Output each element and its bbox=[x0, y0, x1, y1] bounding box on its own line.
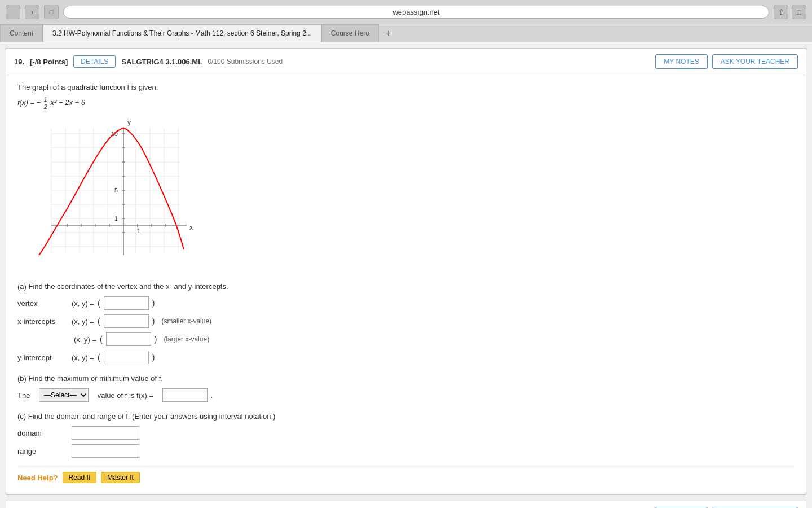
share-button[interactable]: ⇧ bbox=[774, 5, 788, 19]
x-intercept-coord-1-label: (x, y) = bbox=[72, 317, 94, 326]
x-intercept-label: x-intercepts bbox=[17, 317, 68, 326]
need-help-section: Need Help? Read It Master It bbox=[17, 468, 795, 485]
question-19-num: 19. bbox=[14, 58, 24, 66]
y-intercept-row: y-intercept (x, y) = ( ) bbox=[17, 351, 795, 364]
domain-label: domain bbox=[17, 429, 68, 437]
svg-text:x: x bbox=[189, 224, 193, 231]
part-b-label: (b) Find the maximum or minimum value of… bbox=[17, 374, 795, 383]
question-19-description: The graph of a quadratic function f is g… bbox=[17, 83, 795, 91]
x-intercept-1-input[interactable] bbox=[104, 314, 149, 328]
part-a-section: (a) Find the coordinates of the vertex a… bbox=[17, 282, 795, 364]
question-19-submissions: 0/100 Submissions Used bbox=[208, 58, 283, 65]
y-intercept-label: y-intercept bbox=[17, 353, 68, 362]
question-19-details-button[interactable]: DETAILS bbox=[73, 55, 116, 68]
address-bar[interactable]: webassign.net bbox=[63, 6, 769, 19]
question-20-card: 20. [-/4 Points] DETAILS SALGTRIG4 3.1.0… bbox=[6, 501, 806, 508]
new-tab-add-button[interactable]: + bbox=[379, 25, 398, 42]
back-button[interactable]: ‹ bbox=[6, 5, 20, 19]
tab-control-button[interactable]: □ bbox=[44, 5, 59, 19]
question-19-card: 19. [-/8 Points] DETAILS SALGTRIG4 3.1.0… bbox=[6, 48, 806, 495]
page-content: 19. [-/8 Points] DETAILS SALGTRIG4 3.1.0… bbox=[0, 42, 812, 508]
fraction-one-half: 1 2 bbox=[43, 96, 48, 110]
x-intercept-coord-2-label: (x, y) = bbox=[74, 335, 96, 344]
vertex-label: vertex bbox=[17, 299, 68, 308]
question-19-actions: MY NOTES ASK YOUR TEACHER bbox=[655, 54, 798, 69]
question-19-formula: f(x) = − 1 2 x² − 2x + 6 bbox=[17, 96, 795, 110]
b-text-before: The bbox=[17, 391, 30, 400]
svg-text:1: 1 bbox=[137, 227, 140, 234]
b-period: . bbox=[211, 391, 213, 400]
y-intercept-coord-label: (x, y) = bbox=[72, 353, 94, 362]
range-row: range bbox=[17, 444, 795, 458]
master-it-button[interactable]: Master It bbox=[101, 472, 140, 483]
vertex-x-input[interactable] bbox=[104, 296, 149, 310]
range-label: range bbox=[17, 447, 68, 456]
range-input[interactable] bbox=[72, 444, 139, 458]
svg-text:y: y bbox=[127, 119, 131, 126]
graph-container: y x bbox=[23, 117, 795, 271]
need-help-label: Need Help? bbox=[17, 474, 58, 482]
question-19-id: SALGTRIG4 3.1.006.MI. bbox=[121, 58, 202, 66]
x-intercept-row-2: (x, y) = ( ) (larger x-value) bbox=[74, 332, 795, 346]
new-tab-button[interactable]: □ bbox=[792, 5, 806, 19]
svg-text:1: 1 bbox=[114, 215, 118, 222]
question-19-body: The graph of a quadratic function f is g… bbox=[6, 75, 806, 494]
part-c-section: (c) Find the domain and range of f. (Ent… bbox=[17, 412, 795, 458]
part-a-label: (a) Find the coordinates of the vertex a… bbox=[17, 282, 795, 291]
question-19-my-notes-button[interactable]: MY NOTES bbox=[655, 54, 707, 69]
part-c-label: (c) Find the domain and range of f. (Ent… bbox=[17, 412, 795, 421]
tab-hw[interactable]: 3.2 HW-Polynomial Functions & Their Grap… bbox=[43, 24, 321, 42]
parabola-curve bbox=[39, 128, 184, 255]
question-20-header: 20. [-/4 Points] DETAILS SALGTRIG4 3.1.0… bbox=[6, 501, 806, 508]
question-19-ask-teacher-button[interactable]: ASK YOUR TEACHER bbox=[712, 54, 798, 69]
x-intercept-2-input[interactable] bbox=[106, 332, 151, 346]
forward-button[interactable]: › bbox=[25, 5, 39, 19]
tab-content[interactable]: Content bbox=[0, 24, 43, 42]
b-fx-input[interactable] bbox=[162, 388, 208, 402]
parabola-graph: y x bbox=[23, 117, 198, 269]
question-19-points: [-/8 Points] bbox=[30, 58, 68, 66]
y-intercept-input[interactable] bbox=[104, 351, 149, 364]
x-intercept-1-hint: (smaller x-value) bbox=[161, 317, 211, 325]
read-it-button[interactable]: Read It bbox=[63, 472, 97, 483]
part-b-section: (b) Find the maximum or minimum value of… bbox=[17, 374, 795, 402]
domain-input[interactable] bbox=[72, 426, 139, 440]
part-b-row: The —Select— maximum minimum value of f … bbox=[17, 388, 795, 402]
max-min-select[interactable]: —Select— maximum minimum bbox=[39, 388, 89, 402]
vertex-row: vertex (x, y) = ( ) bbox=[17, 296, 795, 310]
x-intercept-row-1: x-intercepts (x, y) = ( ) (smaller x-val… bbox=[17, 314, 795, 328]
question-19-header: 19. [-/8 Points] DETAILS SALGTRIG4 3.1.0… bbox=[6, 49, 806, 75]
domain-row: domain bbox=[17, 426, 795, 440]
svg-text:5: 5 bbox=[114, 187, 118, 194]
browser-chrome: ‹ › □ webassign.net ⇧ □ bbox=[0, 0, 812, 24]
vertex-coord-label: (x, y) = bbox=[72, 299, 94, 308]
x-intercept-2-hint: (larger x-value) bbox=[164, 335, 209, 343]
tab-bar: Content 3.2 HW-Polynomial Functions & Th… bbox=[0, 24, 812, 42]
b-text-after: value of f is f(x) = bbox=[98, 391, 153, 400]
tab-course-hero[interactable]: Course Hero bbox=[321, 24, 379, 42]
